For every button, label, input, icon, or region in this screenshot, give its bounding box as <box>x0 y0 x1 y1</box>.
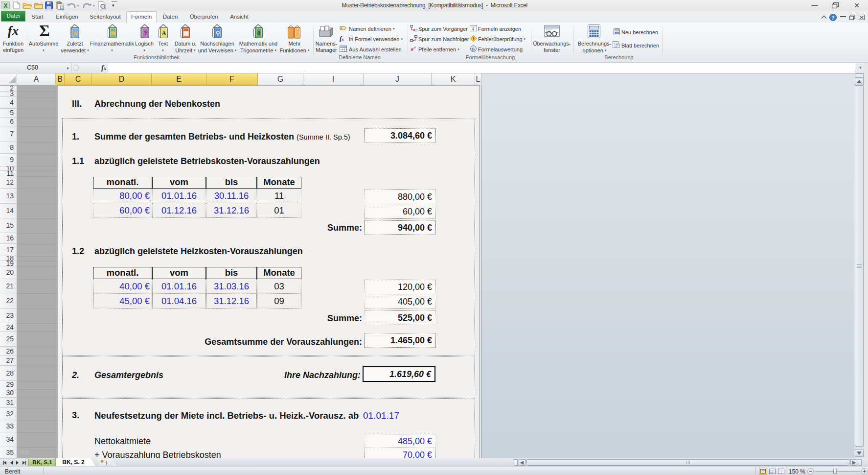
svg-text:?: ? <box>144 30 147 37</box>
svg-text:X: X <box>3 2 7 9</box>
svg-text:fx: fx <box>472 47 475 51</box>
svg-text:A: A <box>162 30 166 37</box>
svg-text:fx: fx <box>472 27 475 31</box>
svg-text:θ: θ <box>257 30 260 37</box>
svg-text:❇: ❇ <box>111 30 115 37</box>
svg-text:★: ★ <box>73 30 78 37</box>
svg-text:▦: ▦ <box>183 30 189 37</box>
svg-text:⚲: ⚲ <box>216 30 220 37</box>
svg-text:?: ? <box>832 15 835 21</box>
svg-text:!: ! <box>473 36 474 41</box>
